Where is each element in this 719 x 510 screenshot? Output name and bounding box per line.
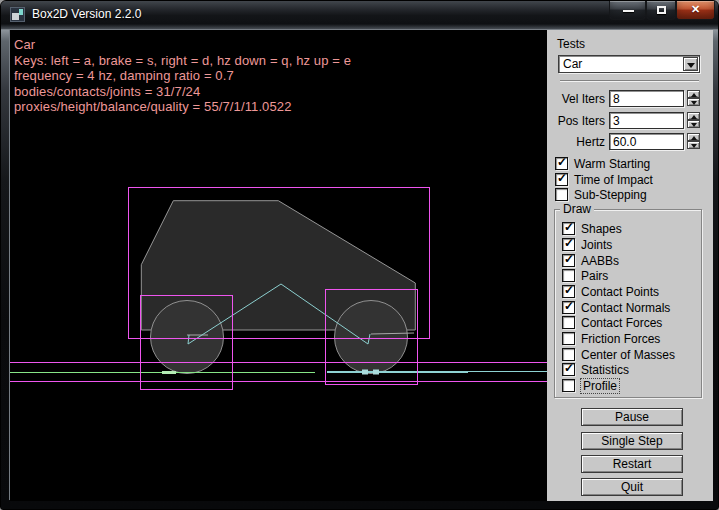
- vel-iters-label: Vel Iters: [547, 92, 605, 106]
- checkbox-box: ✓: [562, 254, 575, 267]
- tests-dropdown-button[interactable]: [683, 57, 698, 71]
- hertz-label: Hertz: [547, 135, 605, 149]
- hud-line-bodies: bodies/contacts/joints = 31/7/24: [14, 84, 351, 100]
- checkbox-box: ✓: [562, 222, 575, 235]
- check-icon: ✓: [564, 283, 574, 297]
- dropdown-arrow-icon: [687, 63, 695, 68]
- checkbox-label: Contact Points: [581, 285, 659, 299]
- checkbox-box: ✓: [562, 238, 575, 251]
- client-area: CarKeys: left = a, brake = s, right = d,…: [9, 29, 712, 500]
- close-button[interactable]: ✕: [676, 1, 715, 20]
- spinner-down-button[interactable]: [687, 98, 700, 106]
- pause-button[interactable]: Pause: [581, 408, 683, 426]
- spinner-up-icon: [691, 93, 697, 97]
- contact-point-right-2: [373, 370, 379, 375]
- single-step-button[interactable]: Single Step: [581, 432, 683, 450]
- spinner-down-button[interactable]: [687, 120, 700, 128]
- quit-button[interactable]: Quit: [581, 478, 683, 496]
- checkbox-label: Contact Forces: [581, 316, 662, 330]
- checkbox-label: Sub-Stepping: [574, 188, 647, 202]
- checkbox-label: Friction Forces: [581, 332, 660, 346]
- maximize-button[interactable]: [646, 1, 676, 20]
- checkbox-box: ✓: [562, 348, 575, 361]
- checkbox-box: ✓: [562, 316, 575, 329]
- pos-iters-label: Pos Iters: [547, 114, 605, 128]
- checkbox-label: Time of Impact: [574, 173, 653, 187]
- pos-iters-spinner[interactable]: [687, 112, 700, 129]
- checkbox-box: ✓: [562, 363, 575, 376]
- hertz-input[interactable]: [609, 133, 684, 150]
- checkbox-box: ✓: [562, 332, 575, 345]
- checkbox-label: Profile: [581, 379, 619, 393]
- minimize-icon: [623, 10, 634, 12]
- checkbox-label: Center of Masses: [581, 348, 675, 362]
- checkbox-box: ✓: [562, 379, 575, 392]
- checkbox-box: ✓: [555, 173, 568, 186]
- tests-dropdown[interactable]: Car: [558, 55, 700, 73]
- control-panel: Tests Car Vel Iters Pos Iters Hertz: [547, 30, 713, 501]
- checkbox-label: Shapes: [581, 222, 622, 236]
- hud-line-frequency: frequency = 4 hz, damping ratio = 0.7: [14, 68, 351, 84]
- checkbox-label: Contact Normals: [581, 301, 670, 315]
- hertz-spinner[interactable]: [687, 133, 700, 150]
- spinner-up-icon: [691, 115, 697, 119]
- check-icon: ✓: [564, 252, 574, 266]
- checkbox-box: ✓: [555, 188, 568, 201]
- maximize-icon: [657, 6, 666, 14]
- car-wheel-left: [151, 301, 224, 374]
- tests-label: Tests: [557, 37, 585, 51]
- hud-line-title: Car: [14, 37, 351, 53]
- vel-iters-input[interactable]: [609, 90, 684, 107]
- vel-iters-spinner[interactable]: [687, 90, 700, 107]
- close-icon: ✕: [677, 3, 714, 16]
- titlebar[interactable]: Box2D Version 2.2.0 ✕: [1, 1, 719, 29]
- check-icon: ✓: [564, 220, 574, 234]
- minimize-button[interactable]: [609, 1, 646, 20]
- checkbox-box: ✓: [562, 285, 575, 298]
- hud-line-keys: Keys: left = a, brake = s, right = d, hz…: [14, 53, 351, 69]
- checkbox-label: Statistics: [581, 363, 629, 377]
- checkbox-label: Warm Starting: [574, 157, 650, 171]
- pos-iters-input[interactable]: [609, 112, 684, 129]
- check-icon: ✓: [564, 299, 574, 313]
- checkbox-box: ✓: [555, 157, 568, 170]
- check-icon: ✓: [564, 236, 574, 250]
- check-icon: ✓: [564, 361, 574, 375]
- contact-point-right-1: [362, 370, 368, 375]
- checkbox-label: Pairs: [581, 269, 608, 283]
- checkbox-label: Joints: [581, 238, 612, 252]
- checkbox-box: ✓: [562, 269, 575, 282]
- spinner-down-button[interactable]: [687, 141, 700, 149]
- separator: [560, 80, 699, 82]
- simulation-canvas[interactable]: CarKeys: left = a, brake = s, right = d,…: [10, 30, 547, 501]
- contact-point-left: [162, 371, 176, 374]
- checkbox-label: AABBs: [581, 254, 619, 268]
- spinner-up-icon: [691, 136, 697, 140]
- spinner-down-icon: [691, 123, 697, 127]
- check-icon: ✓: [557, 155, 567, 169]
- spinner-down-icon: [691, 144, 697, 148]
- hud-line-proxies: proxies/height/balance/quality = 55/7/1/…: [14, 99, 351, 115]
- restart-button[interactable]: Restart: [581, 455, 683, 473]
- car-wheel-right: [335, 301, 408, 374]
- draw-group-title: Draw: [560, 202, 594, 216]
- window-title: Box2D Version 2.2.0: [32, 7, 141, 21]
- spinner-up-button[interactable]: [687, 133, 700, 141]
- check-icon: ✓: [557, 171, 567, 185]
- debug-text-overlay: CarKeys: left = a, brake = s, right = d,…: [14, 37, 351, 115]
- spinner-up-button[interactable]: [687, 112, 700, 120]
- spinner-up-button[interactable]: [687, 90, 700, 98]
- app-window: Box2D Version 2.2.0 ✕: [0, 0, 719, 510]
- spinner-down-icon: [691, 101, 697, 105]
- app-icon: [10, 7, 25, 22]
- checkbox-box: ✓: [562, 301, 575, 314]
- tests-dropdown-value: Car: [563, 57, 582, 71]
